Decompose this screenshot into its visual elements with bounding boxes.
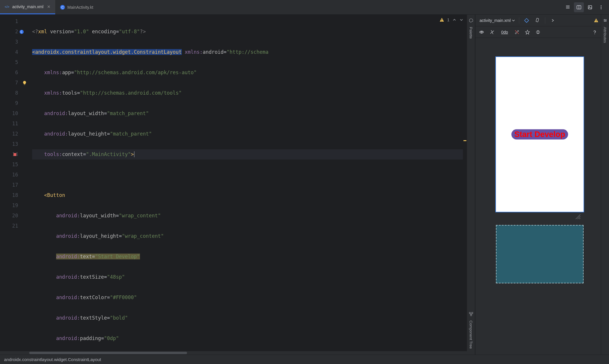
line-number: 1 (0, 16, 18, 27)
svg-rect-14 (24, 84, 25, 85)
line-number: 3 (0, 37, 18, 47)
svg-point-28 (604, 21, 605, 22)
editor-h-scrollbar[interactable] (0, 351, 467, 355)
blueprint-surface[interactable] (496, 225, 584, 283)
breadcrumb-text: androidx.constraintlayout.widget.Constra… (4, 357, 101, 362)
line-number: 11 (0, 119, 18, 129)
code-area[interactable]: <?xml version="1.0" encoding="utf-8"?> <… (23, 15, 467, 351)
svg-point-25 (594, 34, 595, 34)
palette-tab[interactable]: Palette (469, 25, 473, 41)
svg-point-8 (601, 7, 602, 8)
svg-rect-16 (472, 312, 473, 313)
view-design-icon[interactable] (585, 2, 595, 12)
default-margin-button[interactable]: 0dp (499, 28, 510, 36)
svg-text:C: C (21, 30, 23, 34)
svg-rect-18 (536, 18, 539, 22)
line-number: 2 C (0, 27, 18, 37)
svg-text:C: C (61, 6, 64, 9)
line-number: 7 (0, 78, 18, 88)
svg-point-6 (589, 6, 590, 7)
button-preview[interactable]: Start Develop (511, 129, 568, 140)
svg-rect-17 (470, 315, 472, 316)
more-icon[interactable] (596, 2, 606, 12)
component-tree-tab[interactable]: Component Tree (469, 318, 473, 351)
code-editor[interactable]: 1 1 2 C 3 4 5 (0, 15, 467, 355)
svg-rect-10 (442, 19, 442, 20)
guidelines-icon[interactable] (534, 28, 542, 36)
line-number: 12 (0, 129, 18, 139)
editor-gutter[interactable]: 1 2 C 3 4 5 6 7 8 (0, 15, 23, 351)
overflow-chevron-icon[interactable] (548, 15, 558, 25)
line-number: 13 (0, 139, 18, 149)
kotlin-class-icon: C (60, 5, 65, 10)
close-icon[interactable]: ✕ (47, 4, 51, 9)
next-highlight-icon[interactable] (459, 18, 463, 22)
view-options-icon[interactable] (478, 28, 485, 36)
clear-constraints-icon[interactable] (513, 28, 521, 36)
component-tree-icon (469, 312, 473, 316)
line-number: 18 (0, 190, 18, 200)
warning-icon (440, 18, 444, 22)
line-number: 5 (0, 57, 18, 67)
design-preview-pane: activity_main.xml (475, 15, 601, 355)
line-number: 4 (0, 47, 18, 57)
line-number: 15 (0, 160, 18, 170)
orientation-icon[interactable] (533, 15, 543, 25)
dropdown-label: activity_main.xml (480, 18, 511, 23)
warning-marker[interactable] (463, 140, 466, 141)
design-toolbar-2: 0dp (475, 26, 601, 38)
svg-rect-15 (469, 312, 470, 313)
svg-point-26 (604, 19, 605, 20)
inspection-widget[interactable]: 1 (440, 18, 463, 22)
svg-rect-20 (596, 21, 596, 22)
warning-count: 1 (447, 18, 449, 22)
breadcrumb[interactable]: androidx.constraintlayout.widget.Constra… (0, 355, 609, 364)
svg-point-9 (601, 8, 602, 9)
line-number: 9 (0, 98, 18, 108)
editor-tabs-bar: </> activity_main.xml ✕ C MainActivity.k… (0, 0, 609, 15)
marker-stripe[interactable] (463, 15, 467, 351)
attributes-tab[interactable]: Attributes (603, 25, 607, 45)
autoconnect-icon[interactable] (488, 28, 496, 36)
line-number: 10 (0, 108, 18, 119)
tab-activity-main[interactable]: </> activity_main.xml ✕ (0, 0, 55, 14)
attributes-icon (603, 18, 608, 23)
design-toolbar-1: activity_main.xml (475, 15, 601, 26)
svg-point-23 (518, 30, 519, 32)
chevron-down-icon (512, 19, 515, 22)
related-file-icon[interactable]: C (19, 30, 24, 34)
palette-rail: Palette Component Tree (467, 15, 475, 355)
design-surface[interactable]: Start Develop (496, 57, 584, 212)
svg-point-27 (605, 20, 606, 21)
prev-highlight-icon[interactable] (452, 18, 456, 22)
design-surface-icon[interactable] (522, 15, 532, 25)
view-split-icon[interactable] (574, 2, 584, 12)
view-code-icon[interactable] (563, 2, 573, 12)
svg-rect-11 (442, 21, 442, 21)
layout-warning-icon[interactable] (594, 18, 598, 23)
svg-point-21 (481, 31, 482, 33)
line-number: 14 (0, 149, 18, 160)
resize-handle-icon[interactable] (575, 213, 581, 220)
scrollbar-thumb[interactable] (29, 352, 187, 354)
line-number: 6 (0, 67, 18, 78)
infer-constraints-icon[interactable] (524, 28, 531, 36)
attributes-rail: Attributes (601, 15, 609, 355)
design-canvas[interactable]: Start Develop (475, 38, 601, 355)
intention-bulb-icon[interactable] (22, 81, 27, 85)
palette-icon (469, 18, 473, 23)
tab-mainactivity[interactable]: C MainActivity.kt (55, 0, 98, 14)
color-swatch-icon[interactable] (13, 153, 16, 156)
svg-text:</>: </> (5, 5, 9, 8)
line-number: 21 (0, 221, 18, 231)
line-number: 16 (0, 170, 18, 180)
svg-rect-5 (588, 6, 592, 9)
line-number: 20 (0, 211, 18, 221)
tab-label: MainActivity.kt (68, 5, 93, 10)
xml-file-icon: </> (5, 4, 10, 9)
svg-rect-19 (596, 20, 596, 21)
help-icon[interactable] (591, 28, 598, 36)
line-number: 8 (0, 88, 18, 98)
line-number: 17 (0, 180, 18, 190)
layout-file-dropdown[interactable]: activity_main.xml (478, 18, 517, 23)
